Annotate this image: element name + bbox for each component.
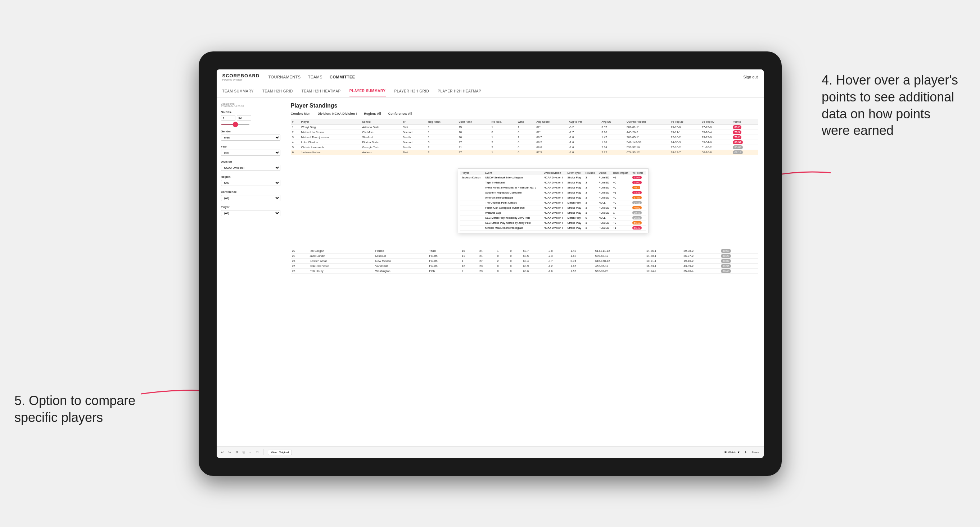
- points-badge[interactable]: 79.2: [733, 135, 742, 139]
- col-avg-to-par: Avg to Par: [568, 119, 600, 125]
- popup-row: Southern Highlands Collegiate NCAA Divis…: [460, 190, 646, 195]
- col-avg-sg: Avg SG: [600, 119, 625, 125]
- bottom-toolbar: ↩ ↪ ⚙ ⎘ ··· ⏱ View: Original 👁 Watch ▼ ⬇…: [217, 446, 764, 458]
- player-select[interactable]: (All): [221, 210, 280, 216]
- region-select[interactable]: N/A: [221, 180, 280, 186]
- sub-navigation: TEAM SUMMARY TEAM H2H GRID TEAM H2H HEAT…: [217, 85, 764, 98]
- points-badge[interactable]: 80.89: [733, 145, 743, 149]
- no-rds-slider[interactable]: [221, 124, 250, 125]
- filter-conference-value: All: [408, 112, 412, 116]
- subnav-team-h2h-heatmap[interactable]: TEAM H2H HEATMAP: [302, 86, 341, 96]
- division-select[interactable]: NCAA Division I: [221, 165, 280, 171]
- w-points-badge[interactable]: 73.33: [632, 191, 642, 194]
- sidebar-player: Player (All): [221, 205, 280, 216]
- subnav-team-summary[interactable]: TEAM SUMMARY: [223, 86, 254, 96]
- copy-button[interactable]: ⎘: [243, 450, 244, 454]
- filter-gender-value: Men: [304, 112, 310, 116]
- w-points-badge-orange[interactable]: 67.57: [632, 196, 642, 199]
- undo-button[interactable]: ↩: [221, 450, 224, 454]
- points-badge[interactable]: 59.95: [721, 264, 731, 268]
- w-points-badge[interactable]: 53.60: [632, 181, 642, 184]
- annotation-left: 5. Option to compare specific players: [14, 392, 137, 426]
- nav-committee[interactable]: COMMITTEE: [330, 73, 355, 81]
- subnav-player-h2h-grid[interactable]: PLAYER H2H GRID: [395, 86, 430, 96]
- points-badge[interactable]: 60.58: [721, 249, 731, 253]
- settings-button[interactable]: ⚙: [235, 450, 238, 454]
- points-badge[interactable]: 58.49: [721, 269, 731, 273]
- w-points-badge-gray[interactable]: 25.38: [632, 216, 642, 219]
- tablet-screen: SCOREBOARD Powered by clippi TOURNAMENTS…: [217, 70, 764, 458]
- table-row: 5 Christo Lamprecht Georgia Tech Fourth …: [291, 144, 758, 150]
- w-points-badge-gray[interactable]: 24.11: [632, 201, 642, 204]
- w-points-badge[interactable]: 66.40: [632, 226, 642, 230]
- popup-row: Wake Forest Invitational at Pinehurst No…: [460, 185, 646, 190]
- no-rds-label: No Rds.: [221, 110, 280, 114]
- popup-col-player: Player: [460, 171, 484, 175]
- update-time: Update time: 27/01/2024 16:56:26: [221, 103, 280, 108]
- popup-row: SEC Stroke Play hosted by Jerry Pate NCA…: [460, 220, 646, 225]
- sidebar-conference: Conference (All): [221, 190, 280, 201]
- filter-conference: Conference: All: [388, 112, 412, 116]
- conference-select[interactable]: (All): [221, 195, 280, 201]
- nav-teams[interactable]: TEAMS: [308, 73, 323, 81]
- col-wins: Wins: [516, 119, 535, 125]
- table-row: 26 Petr Hruby Washington Fifth 7 23 0 0 …: [291, 268, 758, 273]
- w-points-badge[interactable]: 63.64: [632, 176, 642, 179]
- w-points-badge-orange[interactable]: 56.18: [632, 221, 642, 224]
- event-popup-table: Player Event Event Division Event Type R…: [460, 171, 646, 230]
- points-badge[interactable]: 68.18: [733, 150, 743, 154]
- points-badge[interactable]: 86.94: [733, 140, 743, 144]
- nav-tournaments[interactable]: TOURNAMENTS: [268, 73, 301, 81]
- popup-row: SEC Match Play hosted by Jerry Pate NCAA…: [460, 215, 646, 220]
- points-badge[interactable]: 76.3: [733, 130, 742, 134]
- popup-row: The Cypress Point Classic NCAA Division …: [460, 200, 646, 205]
- filter-gender: Gender: Men: [291, 112, 310, 116]
- popup-col-division: Event Division: [542, 171, 566, 175]
- clock-button[interactable]: ⏱: [256, 450, 259, 454]
- no-rds-max-input[interactable]: [237, 115, 251, 121]
- logo-sub: Powered by clippi: [223, 78, 260, 81]
- col-yr: Yr: [401, 119, 426, 125]
- standings-table: # Player School Yr Reg Rank Conf Rank No…: [291, 119, 758, 155]
- more-button[interactable]: ···: [249, 450, 251, 454]
- col-points: Points: [731, 119, 758, 125]
- gender-label: Gender: [221, 130, 280, 133]
- main-content: Update time: 27/01/2024 16:56:26 No Rds.…: [217, 98, 764, 446]
- year-label: Year: [221, 145, 280, 148]
- col-player: Player: [299, 119, 361, 125]
- gender-select[interactable]: Men: [221, 135, 280, 141]
- w-points-badge-gray[interactable]: 30.47: [632, 211, 642, 214]
- watch-button[interactable]: 👁 Watch ▼: [724, 451, 740, 454]
- subnav-team-h2h-grid[interactable]: TEAM H2H GRID: [262, 86, 293, 96]
- sign-out-button[interactable]: Sign out: [743, 75, 757, 79]
- sidebar-division: Division NCAA Division I: [221, 160, 280, 171]
- subnav-player-h2h-heatmap[interactable]: PLAYER H2H HEATMAP: [438, 86, 481, 96]
- tablet-frame: SCOREBOARD Powered by clippi TOURNAMENTS…: [199, 51, 782, 476]
- col-school: School: [361, 119, 401, 125]
- col-rank: #: [291, 119, 300, 125]
- year-select[interactable]: (All): [221, 150, 280, 156]
- points-badge[interactable]: 60.27: [721, 254, 731, 258]
- download-button[interactable]: ⬇: [744, 450, 747, 454]
- popup-col-event: Event: [484, 171, 542, 175]
- share-button[interactable]: Share: [751, 451, 759, 454]
- nav-links: TOURNAMENTS TEAMS COMMITTEE: [268, 73, 743, 81]
- table-row: 25 Cole Sherwood Vanderbilt Fourth 12 23…: [291, 264, 758, 268]
- points-badge[interactable]: 88.2: [733, 125, 742, 129]
- standings-table-extra: 22 Ian Gilligan Florida Third 10 24 1 0 …: [291, 249, 758, 274]
- view-original-button[interactable]: View: Original: [268, 450, 292, 455]
- region-label: Region: [221, 175, 280, 178]
- table-row-highlighted: 6 Jackson Kolson Auburn First 2 27 1 0 8…: [291, 150, 758, 155]
- sidebar-year: Year (All): [221, 145, 280, 156]
- popup-col-rounds: Rounds: [584, 171, 597, 175]
- popup-row: Mirobel Maui Jim Intercollegiate NCAA Di…: [460, 225, 646, 230]
- redo-button[interactable]: ↪: [228, 450, 231, 454]
- w-points-badge-orange[interactable]: 46.50: [632, 206, 642, 210]
- w-points-badge-orange[interactable]: 46.7: [632, 186, 640, 189]
- no-rds-min-input[interactable]: [221, 115, 235, 121]
- points-badge[interactable]: 60.02: [721, 259, 731, 263]
- logo-title: SCOREBOARD: [223, 73, 260, 78]
- sidebar-region: Region N/A: [221, 175, 280, 186]
- popup-row: Williams Cup NCAA Division I Stroke Play…: [460, 210, 646, 215]
- subnav-player-summary[interactable]: PLAYER SUMMARY: [350, 86, 386, 97]
